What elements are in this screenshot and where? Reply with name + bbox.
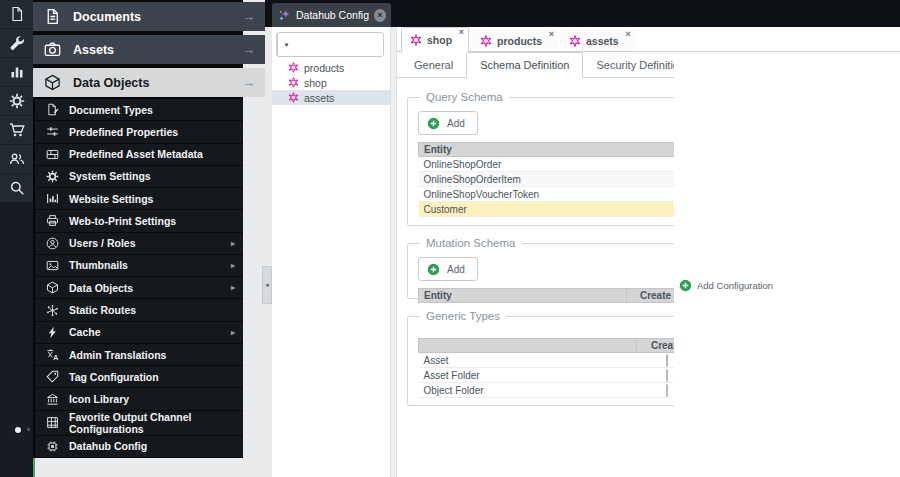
tools-strip-button[interactable]: [0, 29, 33, 58]
tree-node-assets[interactable]: assets: [272, 90, 390, 105]
menu-item-icon-library[interactable]: Icon Library▸: [35, 388, 243, 409]
tree-node-products[interactable]: products: [272, 60, 390, 75]
tab-shop[interactable]: shop ×: [401, 27, 469, 52]
tab-label: shop: [427, 34, 452, 46]
documents-strip-button[interactable]: [0, 0, 33, 29]
routes-icon: [46, 304, 59, 317]
settings-strip-button[interactable]: [0, 87, 33, 116]
collapse-left-icon: ◂: [265, 281, 269, 289]
add-configuration-button[interactable]: Add Configuration ▾: [276, 32, 384, 57]
menu-item-cache[interactable]: Cache▸: [35, 322, 243, 343]
panel-collapse-handle[interactable]: ◂: [262, 266, 272, 304]
create-checkbox[interactable]: [666, 354, 668, 367]
accordion-label: Documents: [73, 10, 141, 24]
menu-item-favorite-output-channels[interactable]: Favorite Output Channel Configurations▸: [35, 411, 243, 435]
panel-splitter[interactable]: [390, 27, 397, 477]
svg-text:A: A: [53, 354, 58, 361]
chevron-right-icon: ▸: [231, 328, 235, 337]
gear-icon: [46, 170, 59, 183]
cart-icon: [9, 122, 25, 138]
column-header-type: [419, 339, 637, 353]
gear-icon: [9, 93, 25, 109]
accordion-assets[interactable]: Assets →: [33, 35, 265, 64]
config-tab-strip: shop × products × assets ×: [397, 27, 900, 52]
users-strip-button[interactable]: [0, 145, 33, 174]
menu-item-users-roles[interactable]: Users / Roles▸: [35, 233, 243, 254]
menu-item-static-routes[interactable]: Static Routes▸: [35, 299, 243, 320]
reports-strip-button[interactable]: [0, 58, 33, 87]
chevron-right-icon: ▸: [231, 239, 235, 248]
tree-node-shop[interactable]: shop: [272, 75, 390, 90]
bar-chart-icon: [9, 64, 25, 80]
menu-item-label: Predefined Asset Metadata: [69, 148, 203, 160]
file-icon: [9, 6, 25, 22]
menu-item-tag-configuration[interactable]: Tag Configuration▸: [35, 366, 243, 387]
type-label-cell: Asset: [419, 353, 637, 368]
menu-item-label: Website Settings: [69, 193, 153, 205]
column-header-entity[interactable]: Entity: [419, 289, 627, 303]
menu-item-label: Tag Configuration: [69, 371, 159, 383]
tab-general[interactable]: General: [401, 53, 466, 77]
chevron-down-icon[interactable]: ▾: [277, 33, 295, 56]
tree-node-label: products: [304, 62, 344, 74]
chevron-right-icon: ▸: [231, 261, 235, 270]
menu-item-predefined-properties[interactable]: Predefined Properties▸: [35, 121, 243, 142]
sliders-icon: [46, 125, 59, 138]
search-icon: [9, 180, 25, 196]
menu-item-label: Icon Library: [69, 393, 129, 405]
configuration-tree: products shop assets: [272, 60, 390, 105]
menu-item-website-settings[interactable]: Website Settings▸: [35, 188, 243, 209]
add-button-label: Add: [447, 118, 465, 129]
tag-icon: [46, 370, 59, 383]
graphql-hexagram-icon: [288, 77, 299, 88]
tab-schema-definition[interactable]: Schema Definition: [466, 52, 583, 78]
menu-item-document-types[interactable]: Document Types▸: [35, 99, 243, 120]
bank-icon: [46, 393, 59, 406]
lightning-icon: [46, 326, 59, 339]
query-schema-add-button[interactable]: Add: [418, 111, 478, 135]
user-circle-icon: [46, 237, 59, 250]
document-icon: [44, 8, 61, 25]
menu-item-web-to-print[interactable]: Web-to-Print Settings▸: [35, 210, 243, 231]
pager-dot: [27, 428, 30, 431]
accordion-documents[interactable]: Documents →: [33, 2, 265, 31]
mutation-schema-add-button[interactable]: Add: [418, 257, 478, 281]
graphql-hexagram-icon: [410, 34, 422, 46]
close-icon[interactable]: ×: [549, 29, 554, 39]
metadata-grid-icon: [46, 148, 59, 161]
query-schema-legend: Query Schema: [420, 91, 509, 103]
ecommerce-strip-button[interactable]: [0, 116, 33, 145]
wrench-icon: [9, 35, 25, 51]
menu-item-data-objects[interactable]: Data Objects▸: [35, 277, 243, 298]
window-tab-title: Datahub Config: [296, 9, 369, 21]
menu-item-system-settings[interactable]: System Settings▸: [35, 166, 243, 187]
menu-item-predefined-asset-metadata[interactable]: Predefined Asset Metadata▸: [35, 144, 243, 165]
close-icon[interactable]: ×: [625, 29, 630, 39]
datahub-config-window-tab[interactable]: Datahub Config ×: [272, 3, 391, 27]
settings-submenu: Document Types▸ Predefined Properties▸ P…: [35, 99, 243, 458]
cube-icon: [44, 74, 61, 91]
accordion-data-objects[interactable]: Data Objects →: [33, 68, 265, 97]
menu-item-datahub-config[interactable]: Datahub Config▸: [35, 436, 243, 457]
create-checkbox[interactable]: [666, 369, 668, 382]
tab-assets[interactable]: assets ×: [561, 30, 635, 51]
menu-item-admin-translations[interactable]: AAdmin Translations▸: [35, 344, 243, 365]
menu-item-thumbnails[interactable]: Thumbnails▸: [35, 255, 243, 276]
menu-item-label: Cache: [69, 326, 101, 338]
close-icon[interactable]: ×: [374, 9, 386, 22]
search-strip-button[interactable]: [0, 174, 33, 203]
menu-item-label: System Settings: [69, 170, 151, 182]
close-icon[interactable]: ×: [459, 27, 464, 37]
menu-item-label: Favorite Output Channel Configurations: [69, 411, 235, 435]
menu-item-label: Datahub Config: [69, 440, 147, 452]
create-checkbox[interactable]: [666, 384, 668, 397]
sparkle-icon: [278, 9, 291, 22]
graphql-hexagram-icon: [288, 62, 299, 73]
tab-products[interactable]: products ×: [472, 30, 558, 51]
cube-icon: [46, 281, 59, 294]
menu-item-label: Users / Roles: [69, 237, 136, 249]
accordion-label: Data Objects: [73, 76, 149, 90]
add-button-label: Add: [447, 264, 465, 275]
users-icon: [9, 151, 25, 167]
tab-label: assets: [586, 35, 619, 47]
